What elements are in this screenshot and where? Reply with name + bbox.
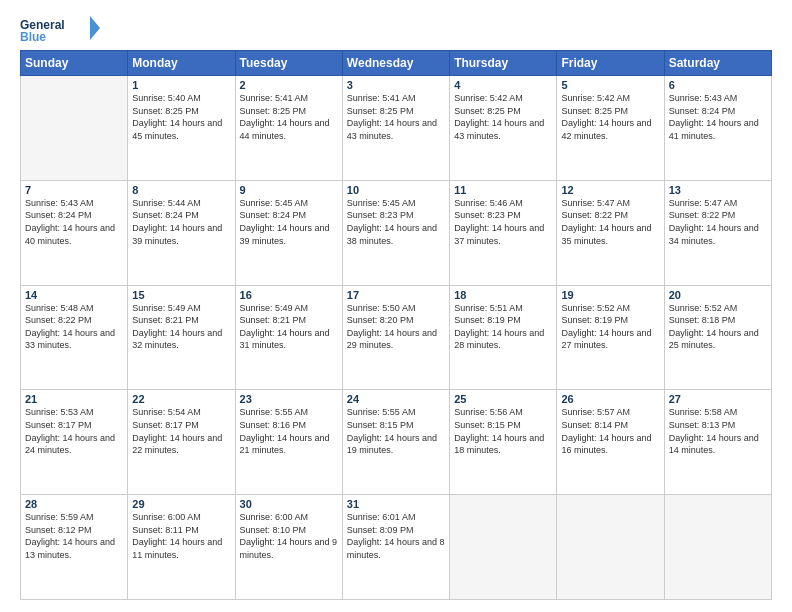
day-number: 13	[669, 184, 767, 196]
cell-info: Sunrise: 5:47 AMSunset: 8:22 PMDaylight:…	[669, 197, 767, 247]
calendar-week-3: 21Sunrise: 5:53 AMSunset: 8:17 PMDayligh…	[21, 390, 772, 495]
calendar-table: SundayMondayTuesdayWednesdayThursdayFrid…	[20, 50, 772, 600]
cell-info: Sunrise: 5:54 AMSunset: 8:17 PMDaylight:…	[132, 406, 230, 456]
cell-info: Sunrise: 6:01 AMSunset: 8:09 PMDaylight:…	[347, 511, 445, 561]
calendar-cell: 25Sunrise: 5:56 AMSunset: 8:15 PMDayligh…	[450, 390, 557, 495]
calendar-cell: 10Sunrise: 5:45 AMSunset: 8:23 PMDayligh…	[342, 180, 449, 285]
day-number: 28	[25, 498, 123, 510]
calendar-cell	[664, 495, 771, 600]
header: General Blue	[20, 16, 772, 42]
cell-info: Sunrise: 5:44 AMSunset: 8:24 PMDaylight:…	[132, 197, 230, 247]
day-number: 27	[669, 393, 767, 405]
calendar-cell: 15Sunrise: 5:49 AMSunset: 8:21 PMDayligh…	[128, 285, 235, 390]
calendar-cell: 17Sunrise: 5:50 AMSunset: 8:20 PMDayligh…	[342, 285, 449, 390]
day-number: 17	[347, 289, 445, 301]
calendar-cell	[450, 495, 557, 600]
day-number: 23	[240, 393, 338, 405]
day-number: 29	[132, 498, 230, 510]
cell-info: Sunrise: 5:51 AMSunset: 8:19 PMDaylight:…	[454, 302, 552, 352]
day-number: 3	[347, 79, 445, 91]
logo-icon: General Blue	[20, 16, 104, 42]
cell-info: Sunrise: 5:45 AMSunset: 8:23 PMDaylight:…	[347, 197, 445, 247]
calendar-cell: 29Sunrise: 6:00 AMSunset: 8:11 PMDayligh…	[128, 495, 235, 600]
day-number: 26	[561, 393, 659, 405]
day-number: 21	[25, 393, 123, 405]
cell-info: Sunrise: 5:52 AMSunset: 8:19 PMDaylight:…	[561, 302, 659, 352]
cell-info: Sunrise: 5:57 AMSunset: 8:14 PMDaylight:…	[561, 406, 659, 456]
calendar-header-tuesday: Tuesday	[235, 51, 342, 76]
logo: General Blue	[20, 16, 104, 42]
day-number: 15	[132, 289, 230, 301]
day-number: 14	[25, 289, 123, 301]
calendar-cell: 2Sunrise: 5:41 AMSunset: 8:25 PMDaylight…	[235, 76, 342, 181]
calendar-cell: 21Sunrise: 5:53 AMSunset: 8:17 PMDayligh…	[21, 390, 128, 495]
calendar-cell: 11Sunrise: 5:46 AMSunset: 8:23 PMDayligh…	[450, 180, 557, 285]
calendar-cell: 6Sunrise: 5:43 AMSunset: 8:24 PMDaylight…	[664, 76, 771, 181]
calendar-week-4: 28Sunrise: 5:59 AMSunset: 8:12 PMDayligh…	[21, 495, 772, 600]
calendar-cell: 31Sunrise: 6:01 AMSunset: 8:09 PMDayligh…	[342, 495, 449, 600]
day-number: 11	[454, 184, 552, 196]
day-number: 30	[240, 498, 338, 510]
day-number: 22	[132, 393, 230, 405]
day-number: 7	[25, 184, 123, 196]
cell-info: Sunrise: 5:41 AMSunset: 8:25 PMDaylight:…	[347, 92, 445, 142]
day-number: 31	[347, 498, 445, 510]
calendar-cell: 7Sunrise: 5:43 AMSunset: 8:24 PMDaylight…	[21, 180, 128, 285]
cell-info: Sunrise: 5:58 AMSunset: 8:13 PMDaylight:…	[669, 406, 767, 456]
day-number: 24	[347, 393, 445, 405]
cell-info: Sunrise: 5:56 AMSunset: 8:15 PMDaylight:…	[454, 406, 552, 456]
cell-info: Sunrise: 5:43 AMSunset: 8:24 PMDaylight:…	[25, 197, 123, 247]
day-number: 8	[132, 184, 230, 196]
cell-info: Sunrise: 5:47 AMSunset: 8:22 PMDaylight:…	[561, 197, 659, 247]
day-number: 5	[561, 79, 659, 91]
cell-info: Sunrise: 5:42 AMSunset: 8:25 PMDaylight:…	[561, 92, 659, 142]
calendar-header-row: SundayMondayTuesdayWednesdayThursdayFrid…	[21, 51, 772, 76]
day-number: 25	[454, 393, 552, 405]
calendar-header-friday: Friday	[557, 51, 664, 76]
cell-info: Sunrise: 5:49 AMSunset: 8:21 PMDaylight:…	[132, 302, 230, 352]
calendar-week-2: 14Sunrise: 5:48 AMSunset: 8:22 PMDayligh…	[21, 285, 772, 390]
calendar-cell: 16Sunrise: 5:49 AMSunset: 8:21 PMDayligh…	[235, 285, 342, 390]
calendar-header-saturday: Saturday	[664, 51, 771, 76]
day-number: 16	[240, 289, 338, 301]
day-number: 4	[454, 79, 552, 91]
calendar-cell	[21, 76, 128, 181]
cell-info: Sunrise: 5:46 AMSunset: 8:23 PMDaylight:…	[454, 197, 552, 247]
svg-text:Blue: Blue	[20, 30, 46, 42]
cell-info: Sunrise: 5:50 AMSunset: 8:20 PMDaylight:…	[347, 302, 445, 352]
calendar-cell: 19Sunrise: 5:52 AMSunset: 8:19 PMDayligh…	[557, 285, 664, 390]
day-number: 1	[132, 79, 230, 91]
calendar-cell: 23Sunrise: 5:55 AMSunset: 8:16 PMDayligh…	[235, 390, 342, 495]
calendar-page: General Blue SundayMondayTuesdayWednesda…	[0, 0, 792, 612]
cell-info: Sunrise: 5:49 AMSunset: 8:21 PMDaylight:…	[240, 302, 338, 352]
cell-info: Sunrise: 6:00 AMSunset: 8:11 PMDaylight:…	[132, 511, 230, 561]
day-number: 18	[454, 289, 552, 301]
day-number: 2	[240, 79, 338, 91]
calendar-cell: 22Sunrise: 5:54 AMSunset: 8:17 PMDayligh…	[128, 390, 235, 495]
calendar-week-0: 1Sunrise: 5:40 AMSunset: 8:25 PMDaylight…	[21, 76, 772, 181]
calendar-header-thursday: Thursday	[450, 51, 557, 76]
calendar-cell: 13Sunrise: 5:47 AMSunset: 8:22 PMDayligh…	[664, 180, 771, 285]
calendar-cell: 24Sunrise: 5:55 AMSunset: 8:15 PMDayligh…	[342, 390, 449, 495]
cell-info: Sunrise: 5:59 AMSunset: 8:12 PMDaylight:…	[25, 511, 123, 561]
calendar-header-monday: Monday	[128, 51, 235, 76]
cell-info: Sunrise: 5:45 AMSunset: 8:24 PMDaylight:…	[240, 197, 338, 247]
day-number: 10	[347, 184, 445, 196]
calendar-cell: 18Sunrise: 5:51 AMSunset: 8:19 PMDayligh…	[450, 285, 557, 390]
calendar-cell: 28Sunrise: 5:59 AMSunset: 8:12 PMDayligh…	[21, 495, 128, 600]
day-number: 12	[561, 184, 659, 196]
calendar-cell: 27Sunrise: 5:58 AMSunset: 8:13 PMDayligh…	[664, 390, 771, 495]
cell-info: Sunrise: 5:43 AMSunset: 8:24 PMDaylight:…	[669, 92, 767, 142]
calendar-cell: 30Sunrise: 6:00 AMSunset: 8:10 PMDayligh…	[235, 495, 342, 600]
calendar-cell: 9Sunrise: 5:45 AMSunset: 8:24 PMDaylight…	[235, 180, 342, 285]
calendar-cell: 14Sunrise: 5:48 AMSunset: 8:22 PMDayligh…	[21, 285, 128, 390]
svg-marker-2	[90, 16, 100, 40]
cell-info: Sunrise: 5:48 AMSunset: 8:22 PMDaylight:…	[25, 302, 123, 352]
calendar-cell: 20Sunrise: 5:52 AMSunset: 8:18 PMDayligh…	[664, 285, 771, 390]
day-number: 6	[669, 79, 767, 91]
calendar-header-wednesday: Wednesday	[342, 51, 449, 76]
cell-info: Sunrise: 5:55 AMSunset: 8:16 PMDaylight:…	[240, 406, 338, 456]
day-number: 20	[669, 289, 767, 301]
cell-info: Sunrise: 5:42 AMSunset: 8:25 PMDaylight:…	[454, 92, 552, 142]
cell-info: Sunrise: 5:53 AMSunset: 8:17 PMDaylight:…	[25, 406, 123, 456]
